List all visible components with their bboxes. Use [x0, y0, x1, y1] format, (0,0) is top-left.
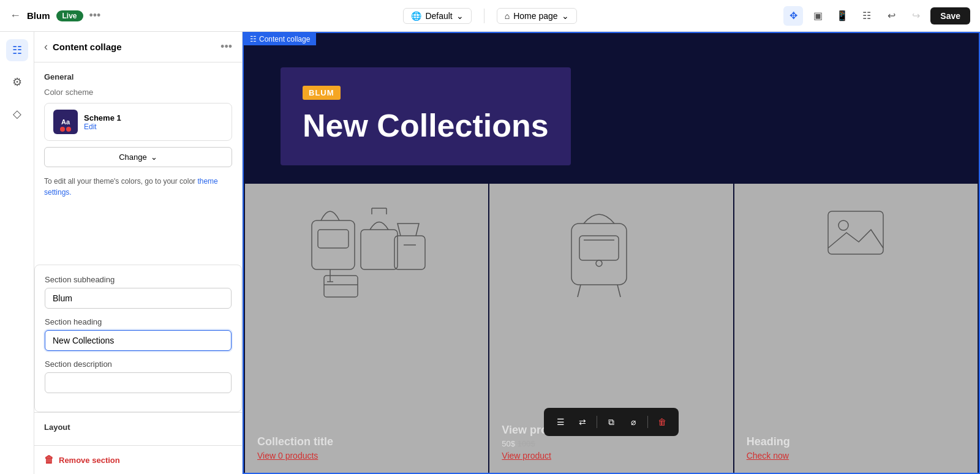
scheme-dot-1 [60, 127, 65, 132]
save-button[interactable]: Save [930, 7, 970, 24]
svg-rect-10 [324, 276, 358, 297]
scheme-info: Scheme 1 Edit [84, 113, 223, 131]
tool-divider-2 [647, 416, 648, 428]
product-card-2-price: 50$ 100$ [502, 439, 535, 448]
tool-delete-btn[interactable]: 🗑 [653, 413, 671, 431]
heading-input[interactable] [45, 330, 232, 351]
scheme-dots [60, 127, 71, 132]
subheading-field-group: Section subheading [45, 275, 232, 309]
desktop-icon-btn[interactable]: ▣ [808, 6, 827, 26]
panel-back-icon[interactable]: ‹ [44, 40, 48, 53]
panel-menu-icon[interactable]: ••• [221, 40, 232, 53]
page-label: Home page [513, 11, 557, 21]
layout-label: Layout [44, 423, 232, 432]
description-label: Section description [45, 359, 232, 369]
color-scheme-label: Color scheme [44, 88, 232, 97]
product-card-3[interactable]: Heading Check now [734, 184, 978, 473]
back-icon[interactable]: ← [10, 9, 21, 22]
tool-divider-1 [597, 416, 597, 428]
default-selector[interactable]: 🌐 Default ⌄ [403, 8, 471, 24]
default-chevron-icon: ⌄ [456, 11, 464, 21]
topbar-right: ✥ ▣ 📱 ☷ ↩ ↪ Save [655, 6, 970, 26]
collage-icon: ☷ [250, 35, 257, 43]
hint-text: To edit all your theme's colors, go to y… [44, 176, 232, 198]
nav-sections-icon[interactable]: ☷ [6, 39, 28, 61]
page-selector[interactable]: ⌂ Home page ⌄ [497, 8, 577, 24]
remove-section-button[interactable]: 🗑 Remove section [34, 445, 242, 474]
svg-point-19 [839, 220, 848, 230]
description-field-group: Section description [45, 359, 232, 393]
product-illustration-3 [825, 208, 886, 257]
canvas-inner: ☷ Content collage BLUM New Collections [243, 32, 980, 474]
sidebar-nav: ☷ ⚙ ◇ [0, 32, 34, 474]
default-label: Default [425, 11, 452, 21]
product-card-3-link[interactable]: Check now [747, 451, 789, 461]
general-label: General [44, 72, 232, 81]
collage-label-text: Content collage [259, 35, 310, 43]
tool-align-left-btn[interactable]: ☰ [551, 413, 570, 431]
input-card: Section subheading Section heading Secti… [34, 265, 242, 412]
change-label: Change [119, 152, 147, 162]
app-name: Blum [27, 10, 50, 21]
scheme-card[interactable]: Aa Scheme 1 Edit [44, 103, 232, 141]
nav-apps-icon[interactable]: ◇ [6, 103, 28, 125]
live-badge: Live [56, 10, 83, 21]
tool-align-right-btn[interactable]: ⇄ [573, 413, 592, 431]
scheme-preview-text: Aa [61, 118, 70, 126]
hero-card: BLUM New Collections [281, 67, 571, 165]
subheading-input[interactable] [45, 288, 232, 309]
heading-field-group: Section heading [45, 317, 232, 351]
subheading-label: Section subheading [45, 275, 232, 284]
settings-panel: ‹ Content collage ••• General Color sche… [34, 32, 243, 474]
topbar-left: ← Blum Live ••• [10, 9, 325, 22]
price-current: 50$ [502, 439, 515, 448]
scheme-dot-2 [66, 127, 71, 132]
remove-icon: 🗑 [44, 454, 54, 465]
home-icon: ⌂ [505, 11, 510, 21]
topbar-center: 🌐 Default ⌄ ⌂ Home page ⌄ [333, 8, 648, 24]
layout-section: Layout [34, 412, 242, 445]
svg-rect-8 [394, 236, 425, 269]
undo-icon-btn[interactable]: ↩ [881, 6, 901, 26]
svg-rect-4 [361, 230, 398, 269]
topbar-more-icon[interactable]: ••• [89, 9, 101, 22]
tool-link-btn[interactable]: ⌀ [624, 413, 643, 431]
svg-rect-1 [318, 230, 349, 248]
image-placeholder-icon [825, 208, 886, 257]
grid-icon-btn[interactable]: ☷ [857, 6, 876, 26]
product-card-1[interactable]: Collection title View 0 products [245, 184, 488, 473]
description-input[interactable] [45, 372, 232, 393]
backpack-illustration [550, 196, 648, 300]
collage-label-tab: ☷ Content collage [244, 33, 316, 45]
product-card-1-link[interactable]: View 0 products [257, 451, 318, 461]
tool-duplicate-btn[interactable]: ⧉ [602, 413, 620, 431]
main-layout: ☷ ⚙ ◇ ‹ Content collage ••• General Colo… [0, 32, 980, 474]
svg-line-16 [617, 285, 620, 297]
svg-rect-13 [579, 236, 619, 260]
change-button[interactable]: Change ⌄ [44, 147, 232, 167]
scheme-edit-link[interactable]: Edit [84, 122, 223, 131]
page-chevron-icon: ⌄ [562, 11, 569, 21]
product-card-2-link[interactable]: View product [502, 451, 551, 461]
topbar-divider [484, 9, 484, 23]
panel-header: ‹ Content collage ••• [34, 32, 242, 62]
hero-title: New Collections [303, 108, 549, 143]
remove-label: Remove section [59, 456, 120, 465]
price-original: 100$ [518, 439, 535, 448]
globe-icon: 🌐 [411, 11, 421, 21]
product-card-1-info: Collection title View 0 products [257, 435, 476, 461]
hero-badge: BLUM [303, 86, 341, 100]
nav-settings-icon[interactable]: ⚙ [6, 71, 28, 93]
panel-body: General Color scheme Aa Scheme 1 Edit Ch… [34, 62, 242, 412]
product-card-1-title: Collection title [257, 435, 333, 448]
canvas: ☷ Content collage BLUM New Collections [243, 32, 980, 474]
heading-label: Section heading [45, 317, 232, 326]
product-card-3-title: Heading [747, 435, 790, 448]
product-illustration-2 [550, 196, 673, 300]
change-chevron-icon: ⌄ [151, 152, 157, 162]
mobile-icon-btn[interactable]: 📱 [832, 6, 852, 26]
redo-icon-btn[interactable]: ↪ [906, 6, 925, 26]
product-card-3-info: Heading Check now [747, 435, 965, 461]
highlight-icon-btn[interactable]: ✥ [783, 6, 803, 26]
scheme-preview: Aa [53, 110, 78, 134]
